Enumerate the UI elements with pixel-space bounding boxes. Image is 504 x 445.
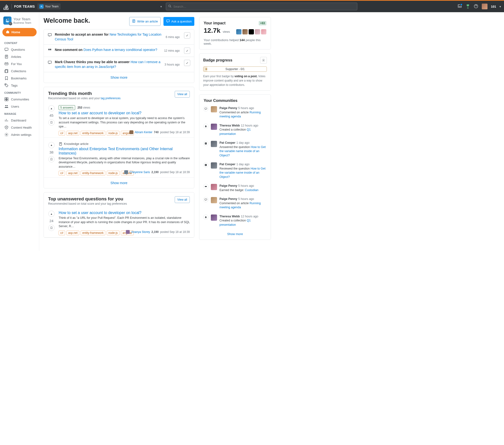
chevron-down-icon[interactable]: ▾ bbox=[500, 5, 501, 8]
user-link[interactable]: Abram Kenter bbox=[135, 131, 152, 134]
svg-rect-19 bbox=[48, 34, 52, 36]
dismiss-button[interactable]: ✓ bbox=[184, 48, 190, 54]
ask-question-button[interactable]: Ask a question bbox=[163, 17, 194, 26]
collections-icon bbox=[4, 69, 9, 73]
question-title-link[interactable]: Information about Enterprise Test Enviro… bbox=[59, 147, 190, 155]
bookmark-button[interactable] bbox=[48, 119, 54, 125]
upvote-button[interactable]: ▲ bbox=[48, 105, 54, 111]
communities-title: Your Communities bbox=[204, 99, 237, 103]
notification-link[interactable]: Does Python have a ternary conditional o… bbox=[84, 48, 157, 52]
user-rep: 2,190 bbox=[151, 171, 159, 174]
upvote-button[interactable]: ▲ bbox=[48, 211, 54, 217]
tag-chip[interactable]: asp.net bbox=[67, 231, 79, 235]
upvote-button[interactable]: ▲ bbox=[48, 142, 54, 148]
tag-chip[interactable]: c# bbox=[59, 231, 65, 235]
tag-chip[interactable]: node-js bbox=[107, 231, 119, 235]
vote-count: 24 bbox=[50, 219, 54, 223]
tag-chip[interactable]: node-js bbox=[107, 171, 119, 175]
svg-rect-12 bbox=[5, 100, 6, 101]
event-action: Commented on article bbox=[219, 111, 250, 114]
sidebar-team-plan: Business Team bbox=[13, 21, 31, 24]
badge-progress-card: Badge progress Supporter - 0/1 Earn your… bbox=[199, 53, 271, 91]
nav-foryou[interactable]: For You bbox=[1, 60, 37, 68]
event-action: Reviewed the question bbox=[219, 167, 251, 170]
svg-point-16 bbox=[6, 134, 7, 135]
vote-count: 45 bbox=[50, 113, 54, 117]
tag-preferences-link[interactable]: tag preferences bbox=[101, 97, 120, 100]
nav-bookmarks[interactable]: Bookmarks bbox=[1, 75, 37, 82]
nav-articles[interactable]: Articles bbox=[1, 53, 37, 60]
bookmark-button[interactable] bbox=[48, 156, 54, 162]
nav-communities[interactable]: Communities bbox=[1, 96, 37, 103]
achievements-icon[interactable] bbox=[466, 4, 470, 9]
event-time: 5 hours ago bbox=[238, 184, 254, 188]
sidebar-team-name: Your Team bbox=[13, 17, 31, 21]
answer-count-chip: 5 answers bbox=[59, 105, 75, 110]
chevron-down-icon[interactable]: ▾ bbox=[160, 5, 162, 8]
bookmark-button[interactable] bbox=[48, 225, 54, 231]
avatar bbox=[261, 29, 266, 34]
dismiss-button[interactable]: ✓ bbox=[184, 60, 190, 66]
search-input[interactable] bbox=[173, 5, 355, 8]
search-bar[interactable] bbox=[166, 3, 357, 10]
svg-point-22 bbox=[263, 60, 264, 61]
nav-tags[interactable]: Tags bbox=[1, 82, 37, 89]
tag-chip[interactable]: asp.net bbox=[67, 131, 79, 136]
tag-chip[interactable]: entity-framework bbox=[81, 231, 105, 235]
event-user-avatar bbox=[211, 197, 217, 203]
write-article-button[interactable]: Write an article bbox=[129, 17, 160, 26]
trending-item: ▲ 38 Knowledge article Information about… bbox=[44, 138, 194, 178]
team-switcher[interactable]: Your Team bbox=[37, 3, 61, 10]
inbox-icon[interactable] bbox=[457, 4, 462, 9]
show-more-link[interactable]: Show more bbox=[227, 232, 243, 236]
home-icon bbox=[6, 30, 10, 34]
question-title-link[interactable]: How to set a user account to developer o… bbox=[59, 211, 142, 215]
user-rep: 2,190 bbox=[151, 230, 159, 234]
articles-icon bbox=[4, 54, 9, 59]
badge-settings-button[interactable] bbox=[260, 57, 267, 64]
nav-contenthealth[interactable]: Content Health bbox=[1, 124, 37, 131]
event-action: Answered the question bbox=[219, 145, 251, 149]
tag-chip[interactable]: c# bbox=[59, 171, 65, 175]
community-event: APat Cooper1 day agoReviewed the questio… bbox=[199, 160, 271, 182]
tag-chip[interactable]: asp.net bbox=[67, 171, 79, 175]
svg-point-0 bbox=[169, 5, 171, 7]
tag-chip[interactable]: node-js bbox=[107, 131, 119, 136]
event-time: 12 hours ago bbox=[241, 215, 258, 218]
sidebar-team-header[interactable]: 🛡 Your Team Business Team bbox=[1, 17, 37, 28]
nav-home[interactable]: Home bbox=[2, 28, 36, 36]
event-link[interactable]: Custodian bbox=[245, 188, 258, 192]
view-all-button[interactable]: View all bbox=[175, 196, 190, 203]
event-action: Created a collection bbox=[219, 128, 247, 131]
nav-questions[interactable]: Questions bbox=[1, 46, 37, 53]
posted-time: posted Sep 18 at 18:39 bbox=[160, 230, 190, 234]
show-more-link[interactable]: Show more bbox=[110, 181, 127, 185]
question-title-link[interactable]: How to set a user account to developer o… bbox=[59, 111, 142, 115]
unanswered-item: ▲ 24 How to set a user account to develo… bbox=[44, 206, 194, 238]
dismiss-button[interactable]: ✓ bbox=[184, 32, 190, 38]
nav-collections[interactable]: Collections bbox=[1, 68, 37, 75]
svg-point-3 bbox=[8, 19, 9, 20]
team-avatar: 🛡 bbox=[3, 17, 12, 25]
tag-chip[interactable]: entity-framework bbox=[81, 171, 105, 175]
stackoverflow-logo[interactable] bbox=[3, 3, 9, 10]
nav-adminsettings[interactable]: Admin settings bbox=[1, 131, 37, 138]
tag-chip[interactable]: c# bbox=[59, 131, 65, 136]
comment-icon bbox=[48, 48, 53, 53]
user-rep: 740 bbox=[154, 131, 159, 134]
badge-progress-bar[interactable]: Supporter - 0/1 bbox=[203, 67, 267, 72]
svg-rect-29 bbox=[205, 199, 207, 200]
user-link[interactable]: Ananya Storey bbox=[131, 230, 150, 234]
view-all-button[interactable]: View all bbox=[175, 91, 190, 98]
help-icon[interactable] bbox=[474, 4, 478, 9]
nav-dashboard[interactable]: Dashboard bbox=[1, 117, 37, 124]
nav-users[interactable]: Users bbox=[1, 103, 37, 110]
posted-time: posted Sep 18 at 18:39 bbox=[160, 171, 190, 174]
event-time: 12 hours ago bbox=[241, 124, 258, 127]
user-avatar[interactable] bbox=[482, 4, 487, 9]
show-more-link[interactable]: Show more bbox=[110, 76, 127, 79]
community-event: Paige Penny5 hours agoCommented on artic… bbox=[199, 104, 271, 121]
user-link[interactable]: Cheyenne Saris bbox=[129, 171, 150, 174]
tag-chip[interactable]: entity-framework bbox=[81, 131, 105, 136]
team-avatar-mini bbox=[39, 4, 44, 9]
